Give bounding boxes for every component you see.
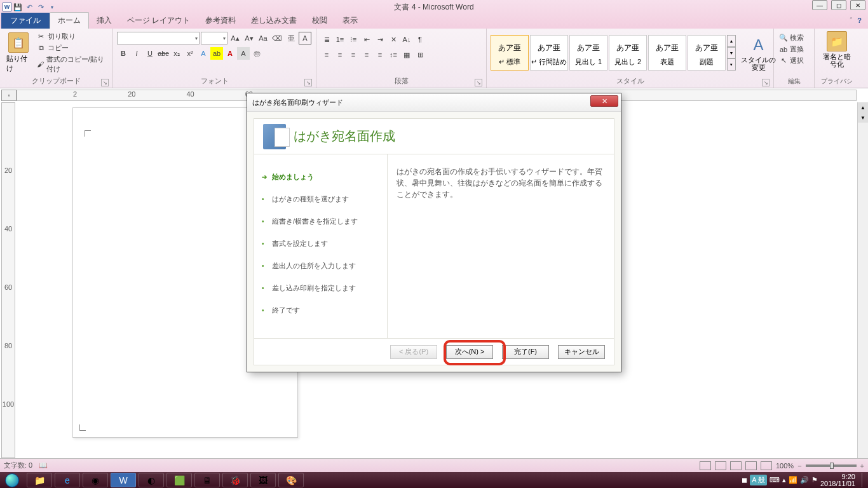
underline-button[interactable]: U: [144, 47, 156, 60]
font-size-combo[interactable]: [201, 32, 227, 44]
shrink-font-button[interactable]: A▾: [243, 32, 255, 44]
character-border-button[interactable]: A: [299, 32, 311, 44]
style-heading1[interactable]: あア亜見出し 1: [569, 35, 607, 71]
font-color-button[interactable]: A: [224, 47, 236, 60]
paragraph-launcher[interactable]: ↘: [475, 79, 482, 86]
tab-references[interactable]: 参考資料: [198, 13, 243, 29]
font-launcher[interactable]: ↘: [304, 79, 312, 86]
draft-view[interactable]: [761, 461, 772, 470]
multilevel-list-button[interactable]: ⁝≡: [347, 33, 360, 46]
change-styles-button[interactable]: A スタイルの 変更: [738, 33, 778, 72]
app-icon[interactable]: W: [3, 3, 11, 11]
bullets-button[interactable]: ≣: [320, 33, 333, 46]
align-center-button[interactable]: ≡: [334, 48, 346, 61]
wizard-close-button[interactable]: ✕: [590, 95, 618, 107]
line-spacing-button[interactable]: ↕≡: [387, 48, 400, 61]
font-name-combo[interactable]: [117, 32, 200, 44]
vertical-ruler[interactable]: 20406080100: [1, 102, 15, 458]
undo-icon[interactable]: ↶: [24, 2, 34, 12]
highlight-button[interactable]: ab: [210, 47, 223, 60]
print-layout-view[interactable]: [700, 461, 711, 470]
styles-launcher[interactable]: ↘: [762, 79, 770, 86]
vertical-scrollbar[interactable]: ▲ ▼: [857, 102, 868, 458]
tray-caps-icon[interactable]: ⌨: [770, 476, 780, 484]
tray-flag-icon[interactable]: ⚑: [811, 476, 818, 484]
numbering-button[interactable]: 1≡: [334, 33, 346, 46]
select-button[interactable]: ↖選択: [778, 55, 810, 66]
scroll-down-button[interactable]: ▼: [858, 112, 868, 123]
taskbar-app1[interactable]: ◐: [139, 473, 164, 487]
grow-font-button[interactable]: A▴: [229, 32, 241, 44]
taskbar-ie[interactable]: e: [55, 473, 80, 487]
italic-button[interactable]: I: [130, 47, 143, 60]
align-right-button[interactable]: ≡: [347, 48, 360, 61]
scroll-up-button[interactable]: ▲: [858, 102, 868, 112]
word-count[interactable]: 文字数: 0: [4, 461, 32, 470]
taskbar-paint[interactable]: 🎨: [278, 473, 304, 487]
zoom-in-button[interactable]: +: [860, 462, 864, 470]
taskbar-chrome[interactable]: ◉: [83, 473, 108, 487]
close-button[interactable]: ✕: [850, 0, 865, 10]
wizard-step-sender[interactable]: 差出人の住所を入力します: [262, 255, 379, 277]
tray-icon[interactable]: ◼: [742, 476, 747, 484]
wizard-step-type[interactable]: はがきの種類を選びます: [262, 188, 379, 210]
align-left-button[interactable]: ≡: [320, 48, 333, 61]
redo-icon[interactable]: ↷: [36, 2, 46, 12]
format-painter-button[interactable]: 🖌書式のコピー/貼り付け: [36, 54, 109, 74]
phonetic-guide-button[interactable]: 亜: [285, 32, 297, 44]
justify-button[interactable]: ≡: [360, 48, 373, 61]
style-heading2[interactable]: あア亜見出し 2: [609, 35, 647, 71]
style-scroll-up[interactable]: ▲: [727, 35, 736, 47]
wizard-step-finish[interactable]: 終了です: [262, 299, 379, 322]
style-title[interactable]: あア亜表題: [648, 35, 686, 71]
fullscreen-reading-view[interactable]: [715, 461, 726, 470]
text-effects-button[interactable]: A: [197, 47, 210, 60]
taskbar-app3[interactable]: 🖥: [194, 473, 220, 487]
tab-home[interactable]: ホーム: [50, 12, 89, 29]
outline-view[interactable]: [745, 461, 757, 470]
wizard-step-start[interactable]: 始めましょう: [262, 166, 379, 188]
save-icon[interactable]: 💾: [13, 2, 23, 12]
replace-button[interactable]: ab置換: [778, 44, 810, 55]
wizard-cancel-button[interactable]: キャンセル: [558, 345, 605, 359]
taskbar-word[interactable]: W: [111, 473, 136, 487]
taskbar-app5[interactable]: 🖼: [250, 473, 276, 487]
clear-formatting-button[interactable]: ⌫: [271, 32, 283, 44]
clipboard-launcher[interactable]: ↘: [101, 79, 109, 86]
language-icon[interactable]: 📖: [39, 461, 48, 470]
wizard-step-mailmerge[interactable]: 差し込み印刷を指定します: [262, 277, 379, 299]
sign-encrypt-button[interactable]: 📁 署名と暗 号化: [818, 30, 855, 69]
taskbar-app2[interactable]: 🟩: [166, 473, 192, 487]
wizard-next-button[interactable]: 次へ(N) >: [446, 345, 493, 359]
taskbar-explorer[interactable]: 📁: [27, 473, 52, 487]
minimize-ribbon-icon[interactable]: ˆ: [850, 17, 853, 24]
tab-mailings[interactable]: 差し込み文書: [243, 13, 304, 29]
cut-button[interactable]: ✂切り取り: [36, 31, 109, 42]
wizard-step-format[interactable]: 書式を設定します: [262, 233, 379, 255]
ruler-corner[interactable]: ▫: [1, 90, 17, 101]
subscript-button[interactable]: x₂: [170, 47, 183, 60]
copy-button[interactable]: ⧉コピー: [36, 43, 109, 53]
tab-insert[interactable]: 挿入: [89, 13, 119, 29]
file-tab[interactable]: ファイル: [1, 13, 50, 29]
zoom-out-button[interactable]: −: [797, 462, 801, 470]
help-icon[interactable]: ?: [857, 17, 862, 24]
maximize-button[interactable]: ◻: [831, 0, 846, 10]
show-marks-button[interactable]: ¶: [414, 33, 426, 46]
asian-layout-button[interactable]: ✕: [387, 33, 400, 46]
wizard-step-orientation[interactable]: 縦書き/横書きを指定します: [262, 210, 379, 233]
style-scroll-down[interactable]: ▼: [727, 47, 736, 59]
show-desktop-button[interactable]: [862, 473, 867, 487]
sort-button[interactable]: A↓: [400, 33, 413, 46]
decrease-indent-button[interactable]: ⇤: [360, 33, 373, 46]
tray-network-icon[interactable]: 📶: [789, 476, 797, 484]
tray-volume-icon[interactable]: 🔊: [800, 476, 809, 484]
wizard-finish-button[interactable]: 完了(F): [502, 345, 549, 359]
tab-view[interactable]: 表示: [335, 13, 365, 29]
minimize-button[interactable]: ―: [812, 0, 827, 10]
style-normal[interactable]: あア亜↵ 標準: [491, 35, 529, 71]
strikethrough-button[interactable]: abc: [157, 47, 170, 60]
superscript-button[interactable]: x²: [184, 47, 196, 60]
style-no-spacing[interactable]: あア亜↵ 行間詰め: [530, 35, 568, 71]
increase-indent-button[interactable]: ⇥: [374, 33, 386, 46]
